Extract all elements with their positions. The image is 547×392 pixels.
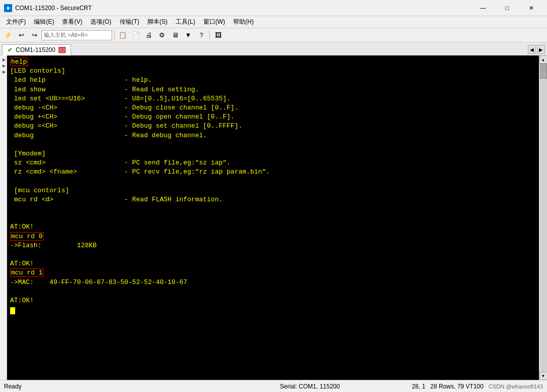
tabbar: ✔ COM1-115200 ✕ ◀ ▶ (0, 42, 547, 55)
toolbar-sep1 (114, 31, 115, 40)
maximize-button[interactable]: □ (496, 0, 519, 16)
terminal-line-14: mcu rd <d> - Read FLASH information. (10, 195, 536, 204)
tab-prev-btn[interactable]: ◀ (528, 45, 536, 54)
status-watermark: CSDN @whaosoft143 (488, 383, 543, 389)
toolbar-sep2 (209, 31, 210, 40)
left-sidebar: ▶ ▶ ▶ (0, 55, 7, 380)
toolbar: ⚡ ↩ ↪ 输入主机 <Alt+R> 📋 📄 🖨 ⚙ 🖥 ▼ ? 🖼 (0, 28, 547, 42)
status-ready: Ready (4, 383, 208, 390)
cmd-help: help (10, 58, 28, 66)
scroll-down-btn[interactable]: ▼ (539, 372, 548, 380)
toolbar-help-btn[interactable]: ? (195, 30, 207, 41)
toolbar-copy-btn[interactable]: 📋 (117, 30, 129, 41)
terminal-line-blank5 (10, 250, 536, 259)
host-input-box[interactable]: 输入主机 <Alt+R> (41, 30, 112, 40)
sidebar-icon-2[interactable]: ▶ (1, 64, 7, 69)
toolbar-print-btn[interactable]: 🖨 (143, 30, 155, 41)
terminal-line-12: rz <cmd> <fname> - PC recv file,eg:"rz i… (10, 167, 536, 177)
terminal-line-6: debug -<CH> - Debug close channel [0..F]… (10, 103, 536, 113)
terminal-line-17: ->Flash: 128KB (10, 241, 536, 250)
minimize-button[interactable]: — (471, 0, 495, 16)
scroll-up-btn[interactable]: ▲ (539, 55, 548, 64)
status-position: 28, 1 (412, 383, 425, 390)
toolbar-monitor-btn[interactable]: 🖥 (169, 30, 181, 41)
toolbar-forward-btn[interactable]: ↪ (28, 30, 40, 41)
toolbar-connect-btn[interactable]: ⚡ (2, 30, 14, 41)
terminal-line-blank4 (10, 213, 536, 222)
cmd-mcu-rd-1: mcu rd 1 (10, 268, 43, 277)
terminal-line-1: help (10, 58, 536, 67)
menubar: 文件(F) 编辑(E) 查看(V) 选项(O) 传输(T) 脚本(S) 工具(L… (0, 16, 547, 28)
title-text: COM1-115200 - SecureCRT (15, 5, 471, 12)
terminal-line-8: debug =<CH> - Debug set channel [0..FFFF… (10, 122, 536, 131)
terminal-line-19: mcu rd 1 (10, 268, 536, 277)
cmd-mcu-rd-0: mcu rd 0 (10, 232, 43, 241)
terminal-line-blank2 (10, 177, 536, 186)
terminal-line-18: AT:OK! (10, 259, 536, 268)
menu-file[interactable]: 文件(F) (2, 17, 30, 28)
menu-options[interactable]: 选项(O) (86, 17, 115, 28)
titlebar: ■ COM1-115200 - SecureCRT — □ ✕ (0, 0, 547, 16)
terminal-line-10: [Ymodem] (10, 149, 536, 158)
terminal-line-3: led help - help. (10, 76, 536, 85)
main-area: ▶ ▶ ▶ help [LED contorls] led help - hel… (0, 55, 547, 380)
host-input-placeholder: 输入主机 <Alt+R> (44, 31, 88, 39)
statusbar: Ready Serial: COM1, 115200 28, 1 28 Rows… (0, 380, 547, 392)
toolbar-filter-btn[interactable]: ▼ (182, 30, 194, 41)
right-scrollbar[interactable]: ▲ ▼ (539, 55, 547, 380)
terminal-line-blank3 (10, 204, 536, 213)
terminal-line-9: debug - Read debug channel. (10, 131, 536, 140)
menu-transfer[interactable]: 传输(T) (116, 17, 143, 28)
status-rows: 28 Rows, 79 VT100 (430, 383, 483, 390)
terminal-line-20: ->MAC: 49-FF-70-06-67-83-50-52-52-40-10-… (10, 278, 536, 287)
toolbar-image-btn[interactable]: 🖼 (212, 30, 224, 41)
terminal-line-15: AT:OK! (10, 222, 536, 232)
menu-edit[interactable]: 编辑(E) (30, 17, 58, 28)
close-button[interactable]: ✕ (520, 0, 543, 16)
scroll-track[interactable] (540, 64, 547, 372)
terminal-line-16: mcu rd 0 (10, 232, 536, 241)
menu-help[interactable]: 帮助(H) (229, 17, 258, 28)
terminal-line-7: debug +<CH> - Debug open channel [0..F]. (10, 113, 536, 122)
terminal-line-21: AT:OK! (10, 296, 536, 305)
tab-com1[interactable]: ✔ COM1-115200 ✕ (2, 44, 71, 55)
toolbar-paste-btn[interactable]: 📄 (130, 30, 142, 41)
terminal-line-blank1 (10, 140, 536, 149)
terminal-line-2: [LED contorls] (10, 67, 536, 76)
menu-window[interactable]: 窗口(W) (199, 17, 229, 28)
menu-tools[interactable]: 工具(L) (172, 17, 199, 28)
terminal-cursor-line (10, 305, 536, 314)
app-icon: ■ (4, 4, 12, 12)
terminal-cursor (10, 307, 15, 314)
terminal-line-blank6 (10, 287, 536, 296)
toolbar-back-btn[interactable]: ↩ (15, 30, 27, 41)
tab-label: COM1-115200 (16, 46, 56, 53)
tab-arrows: ◀ ▶ (528, 45, 545, 55)
status-serial: Serial: COM1, 115200 (208, 383, 412, 390)
tab-close-btn[interactable]: ✕ (59, 47, 66, 53)
terminal[interactable]: help [LED contorls] led help - help. led… (7, 55, 539, 380)
tab-next-btn[interactable]: ▶ (537, 45, 545, 54)
sidebar-icon-1[interactable]: ▶ (1, 58, 7, 63)
terminal-line-11: sz <cmd> - PC send file,eg:"sz iap". (10, 158, 536, 167)
scroll-thumb[interactable] (540, 64, 547, 79)
toolbar-settings-btn[interactable]: ⚙ (156, 30, 168, 41)
terminal-line-5: led set <U8>=<U16> - U8=[0..5],U16=[0..6… (10, 94, 536, 103)
terminal-line-4: led show - Read Led setting. (10, 85, 536, 94)
window-controls: — □ ✕ (471, 0, 543, 16)
terminal-line-13: [mcu contorls] (10, 186, 536, 195)
menu-script[interactable]: 脚本(S) (143, 17, 172, 28)
menu-view[interactable]: 查看(V) (58, 17, 86, 28)
sidebar-icon-3[interactable]: ▶ (1, 70, 7, 75)
